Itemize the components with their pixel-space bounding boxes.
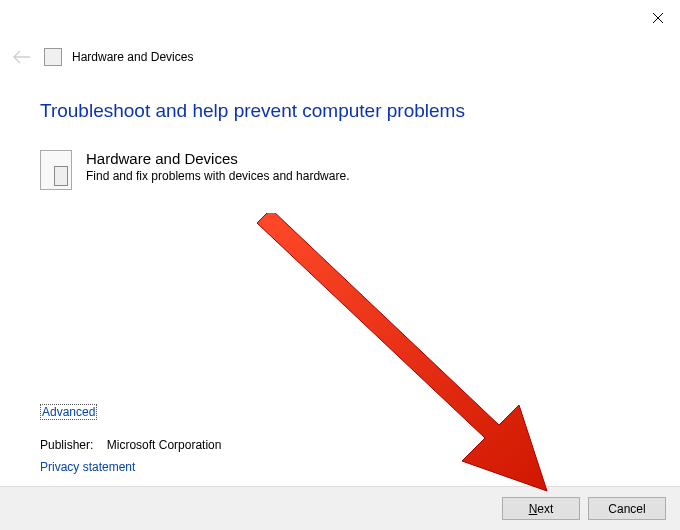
publisher-info: Publisher: Microsoft Corporation bbox=[40, 438, 221, 452]
main-heading: Troubleshoot and help prevent computer p… bbox=[40, 100, 640, 122]
back-arrow-icon bbox=[13, 50, 31, 64]
back-button[interactable] bbox=[10, 45, 34, 69]
next-label-suffix: ext bbox=[537, 502, 553, 516]
section-text: Hardware and Devices Find and fix proble… bbox=[86, 150, 349, 183]
button-bar: Next Cancel bbox=[0, 486, 680, 530]
close-button[interactable] bbox=[646, 6, 670, 30]
content-area: Troubleshoot and help prevent computer p… bbox=[40, 100, 640, 190]
cancel-button[interactable]: Cancel bbox=[588, 497, 666, 520]
next-button[interactable]: Next bbox=[502, 497, 580, 520]
advanced-link[interactable]: Advanced bbox=[40, 404, 97, 420]
links-area: Advanced Publisher: Microsoft Corporatio… bbox=[40, 404, 221, 474]
troubleshooter-icon bbox=[44, 48, 62, 66]
header: Hardware and Devices bbox=[10, 45, 193, 69]
publisher-value: Microsoft Corporation bbox=[107, 438, 222, 452]
header-title: Hardware and Devices bbox=[72, 50, 193, 64]
close-icon bbox=[652, 12, 664, 24]
troubleshooter-section: Hardware and Devices Find and fix proble… bbox=[40, 150, 640, 190]
section-description: Find and fix problems with devices and h… bbox=[86, 169, 349, 183]
privacy-statement-link[interactable]: Privacy statement bbox=[40, 460, 135, 474]
hardware-devices-icon bbox=[40, 150, 72, 190]
publisher-label: Publisher: bbox=[40, 438, 93, 452]
section-title: Hardware and Devices bbox=[86, 150, 349, 167]
annotation-arrow bbox=[237, 213, 577, 503]
